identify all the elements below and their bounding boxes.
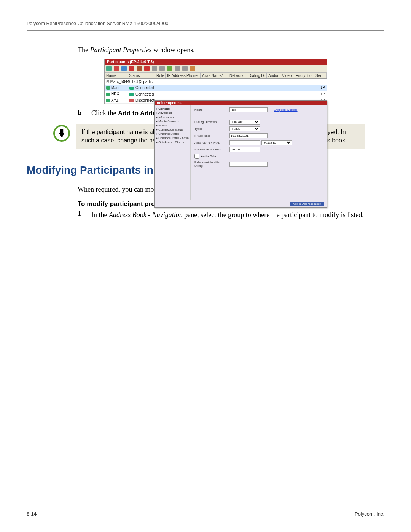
participant-network: IP — [155, 92, 327, 97]
step-text-prefix: Click the — [91, 109, 118, 117]
participant-name: HDX — [111, 92, 119, 96]
participant-icon — [106, 99, 110, 102]
toolbar-icon[interactable] — [175, 66, 180, 71]
status-icon — [129, 87, 134, 90]
toolbar-icon[interactable] — [159, 66, 165, 71]
toolbar-icon[interactable] — [114, 66, 119, 71]
nav-information[interactable]: ▸ Information — [155, 115, 190, 119]
dialing-direction-select[interactable]: Dial out — [229, 120, 260, 125]
col-name[interactable]: Name — [105, 73, 127, 78]
page-footer: 8-14 Polycom, Inc. — [27, 508, 384, 517]
participants-toolbar — [105, 65, 327, 73]
alias-name-input[interactable] — [229, 140, 260, 145]
intro-italic: Participant Properties — [90, 46, 151, 54]
page-header: Polycom RealPresence Collaboration Serve… — [27, 21, 384, 31]
col-network[interactable]: Network — [228, 73, 247, 78]
participant-network: IP — [155, 85, 327, 90]
nav-channel-status-adv[interactable]: ▸ Channel Status - Adva — [155, 136, 190, 140]
endpoint-website-link[interactable]: Endpoint Website — [274, 108, 298, 112]
website-ip-input[interactable] — [229, 147, 260, 152]
col-ser[interactable]: Ser — [314, 73, 327, 78]
col-ip[interactable]: IP Address/Phone — [166, 73, 201, 78]
status-icon — [129, 99, 134, 102]
nav-advanced[interactable]: ▸ Advanced — [155, 111, 190, 115]
nav-connection-status[interactable]: ▸ Connection Status — [155, 128, 190, 132]
ip-address-input[interactable] — [229, 133, 268, 138]
status-icon — [129, 93, 134, 96]
name-label: Name: — [194, 108, 229, 112]
table-row[interactable]: HDX Connected IP — [105, 91, 327, 97]
participant-status: Disconnecte — [135, 98, 155, 102]
website-ip-label: Website IP Address: — [194, 148, 229, 151]
participant-properties-dialog: Rob Properties ▸ General ▸ Advanced ▸ In… — [154, 100, 327, 208]
intro-suffix: window opens. — [151, 46, 195, 54]
toolbar-icon[interactable] — [144, 66, 150, 71]
participants-table-body: ⊟ Marc_59446123 (3 partici Marc Connecte… — [105, 79, 327, 104]
col-encryption[interactable]: Encryptio — [294, 73, 314, 78]
toolbar-icon[interactable] — [152, 66, 157, 71]
participant-status: Connected — [135, 86, 154, 90]
participant-icon — [106, 93, 110, 96]
intro-text: The Participant Properties window opens. — [78, 46, 384, 54]
step-1: 1 In the Address Book - Navigation pane,… — [78, 210, 384, 220]
audio-only-checkbox[interactable] — [194, 154, 199, 159]
participant-properties-screenshot: Participants (EP:2 L:0 T:3) Name Status … — [104, 59, 327, 104]
nav-media-sources[interactable]: ▸ Media Sources — [155, 119, 190, 123]
type-select[interactable]: H.323 — [229, 126, 260, 131]
dialog-titlebar: Rob Properties — [155, 101, 327, 105]
participant-name: Marc — [111, 86, 119, 90]
audio-only-label: Audio Only — [201, 155, 216, 158]
step-prefix: In the — [91, 211, 109, 219]
toolbar-icon[interactable] — [106, 66, 112, 71]
table-group-row[interactable]: ⊟ Marc_59446123 (3 partici — [105, 79, 327, 85]
participants-table-header: Name Status Role IP Address/Phone Alias … — [105, 73, 327, 79]
toolbar-icon[interactable] — [129, 66, 134, 71]
alias-label: Alias Name / Type: — [194, 141, 229, 144]
toolbar-icon[interactable] — [137, 66, 142, 71]
intro-prefix: The — [78, 46, 90, 54]
dialog-form: Name: Endpoint Website Dialing Direction… — [191, 105, 327, 200]
nav-general[interactable]: ▸ General — [155, 107, 190, 111]
dialing-direction-label: Dialing Direction: — [194, 120, 229, 124]
toolbar-icon[interactable] — [182, 66, 188, 71]
type-label: Type: — [194, 127, 229, 131]
nav-h245[interactable]: ▸ H.245 — [155, 123, 190, 128]
toolbar-icon[interactable] — [190, 66, 195, 71]
note-icon — [53, 125, 70, 142]
participant-status: Connected — [135, 92, 154, 96]
step-italic: Address Book - Navigation — [109, 211, 183, 219]
pin-icon — [59, 129, 64, 137]
nav-channel-status[interactable]: ▸ Channel Status — [155, 132, 190, 136]
step-marker: 1 — [78, 210, 91, 220]
col-dialing[interactable]: Dialing Di — [247, 73, 267, 78]
extension-input[interactable] — [229, 162, 268, 167]
col-video[interactable]: Video — [280, 73, 294, 78]
toolbar-icon[interactable] — [167, 66, 172, 71]
step-marker: b — [78, 109, 91, 117]
step-suffix: pane, select the group to where the part… — [183, 211, 364, 219]
group-label: Marc_59446123 (3 partici — [110, 80, 153, 84]
extension-label: Extension/Identifier String: — [194, 161, 229, 168]
footer-company: Polycom, Inc. — [355, 511, 384, 517]
ip-address-label: IP Address: — [194, 134, 229, 137]
dialog-nav: ▸ General ▸ Advanced ▸ Information ▸ Med… — [155, 105, 191, 200]
col-audio[interactable]: Audio — [267, 73, 280, 78]
col-status[interactable]: Status — [127, 73, 155, 78]
participants-titlebar: Participants (EP:2 L:0 T:3) — [105, 59, 327, 65]
participant-name: XYZ — [111, 98, 118, 102]
table-row[interactable]: Marc Connected IP — [105, 85, 327, 91]
page-number: 8-14 — [27, 511, 37, 517]
toolbar-icon[interactable] — [121, 66, 127, 71]
col-alias[interactable]: Alias Name/ — [201, 73, 228, 78]
nav-gatekeeper-status[interactable]: ▸ Gatekeeper Status — [155, 140, 190, 144]
alias-type-select[interactable]: H.323 ID — [261, 140, 292, 145]
col-role[interactable]: Role — [155, 73, 166, 78]
add-to-address-book-button[interactable]: Add to Address Book — [290, 202, 324, 206]
participant-icon — [106, 86, 110, 90]
name-input[interactable] — [229, 107, 268, 112]
